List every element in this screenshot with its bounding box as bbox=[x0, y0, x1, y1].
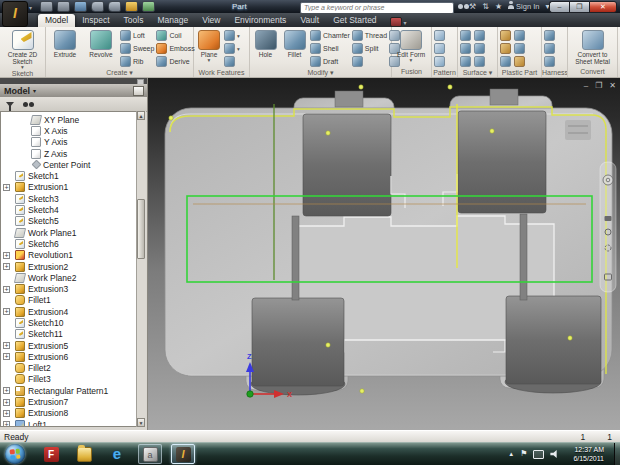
big-button[interactable]: Extrude bbox=[48, 29, 82, 68]
big-button[interactable]: Revolve bbox=[84, 29, 118, 68]
ribbon-tab[interactable]: Environments bbox=[227, 14, 293, 27]
tree-item[interactable]: + Fillet3 bbox=[1, 374, 137, 385]
navigation-bar[interactable] bbox=[600, 162, 616, 292]
qat-icon[interactable] bbox=[57, 1, 70, 12]
hidden-icons-arrow[interactable]: ▲ bbox=[508, 449, 514, 459]
plastic-icon[interactable] bbox=[514, 30, 525, 41]
help-search-box[interactable] bbox=[300, 2, 454, 14]
plane-button[interactable]: Plane ▾ bbox=[196, 29, 222, 68]
plastic-icon[interactable] bbox=[500, 30, 511, 41]
small-button[interactable]: Coil bbox=[156, 29, 194, 42]
tree-item[interactable]: + Extrusion7 bbox=[1, 396, 137, 407]
convert-sheet-metal-button[interactable]: Convert to Sheet Metal bbox=[570, 29, 615, 67]
scroll-up-icon[interactable]: ▲ bbox=[137, 111, 145, 120]
start-button[interactable] bbox=[5, 444, 25, 464]
small-button[interactable]: Sweep bbox=[120, 42, 154, 55]
harness-icon[interactable] bbox=[544, 43, 555, 54]
model-scene[interactable]: Z X bbox=[148, 78, 620, 430]
tree-item[interactable]: + Work Plane1 bbox=[1, 227, 137, 238]
pattern-icon[interactable] bbox=[434, 43, 445, 54]
small-button[interactable]: Emboss bbox=[156, 42, 194, 55]
app-menu-caret-icon[interactable]: ▾ bbox=[29, 4, 32, 11]
taskbar-app-button[interactable]: a bbox=[138, 444, 162, 464]
tree-item[interactable]: + Y Axis bbox=[1, 137, 137, 148]
expand-icon[interactable]: + bbox=[3, 387, 10, 394]
surface-icon[interactable] bbox=[460, 30, 471, 41]
tree-item[interactable]: + Sketch4 bbox=[1, 204, 137, 215]
small-button[interactable]: ▾ bbox=[224, 55, 240, 68]
small-button[interactable]: Shell bbox=[310, 42, 350, 55]
small-button[interactable]: ▾ bbox=[224, 42, 240, 55]
big-button[interactable]: Hole bbox=[252, 29, 279, 68]
taskbar-clock[interactable]: 12:37 AM 6/15/2011 bbox=[573, 445, 604, 463]
tree-item[interactable]: + Fillet1 bbox=[1, 295, 137, 306]
tree-item[interactable]: + Sketch1 bbox=[1, 170, 137, 181]
favorites-star-icon[interactable]: ★ bbox=[495, 1, 502, 12]
edit-form-button[interactable]: Edit Form ▾ bbox=[394, 29, 428, 67]
scroll-thumb[interactable] bbox=[137, 199, 145, 259]
tree-item[interactable]: + Extrusion8 bbox=[1, 408, 137, 419]
small-button[interactable]: Chamfer bbox=[310, 29, 350, 42]
wrench-icon[interactable]: ⚒ bbox=[469, 1, 476, 12]
expand-icon[interactable]: + bbox=[3, 421, 10, 427]
expand-icon[interactable]: + bbox=[3, 410, 10, 417]
tab-extra-caret-icon[interactable]: ▾ bbox=[404, 19, 407, 26]
search-input[interactable] bbox=[301, 4, 453, 11]
taskbar-app-button[interactable]: e bbox=[105, 444, 129, 464]
pattern-icon[interactable] bbox=[434, 56, 445, 67]
expand-icon[interactable]: + bbox=[3, 353, 10, 360]
ribbon-tab[interactable]: Tools bbox=[117, 14, 151, 27]
ribbon-tab[interactable]: Model bbox=[38, 14, 75, 27]
expand-icon[interactable]: + bbox=[3, 342, 10, 349]
small-button[interactable]: Derive bbox=[156, 55, 194, 68]
small-button[interactable]: Rib bbox=[120, 55, 154, 68]
tree-item[interactable]: + Work Plane2 bbox=[1, 272, 137, 283]
ribbon-tab[interactable]: Get Started bbox=[326, 14, 383, 27]
qat-icon[interactable] bbox=[108, 1, 121, 12]
small-button[interactable]: Thread bbox=[352, 29, 387, 42]
small-button[interactable]: Draft bbox=[310, 55, 350, 68]
expand-icon[interactable]: + bbox=[3, 286, 10, 293]
tree-item[interactable]: + Extrusion1 bbox=[1, 182, 137, 193]
qat-icon[interactable] bbox=[74, 1, 87, 12]
taskbar-app-button[interactable]: F bbox=[39, 444, 63, 464]
tree-item[interactable]: + Sketch11 bbox=[1, 329, 137, 340]
network-icon[interactable] bbox=[533, 450, 544, 459]
action-center-flag-icon[interactable]: ⚑ bbox=[520, 449, 527, 459]
plastic-icon[interactable] bbox=[514, 56, 525, 67]
doc-close-icon[interactable]: ✕ bbox=[609, 81, 616, 90]
minimize-button[interactable]: – bbox=[549, 1, 569, 13]
inventor-app-icon[interactable]: I bbox=[2, 1, 28, 27]
tree-item[interactable]: + Sketch6 bbox=[1, 238, 137, 249]
volume-icon[interactable] bbox=[550, 450, 559, 458]
small-button[interactable]: Loft bbox=[120, 29, 154, 42]
qat-icon[interactable] bbox=[125, 1, 138, 12]
surface-icon[interactable] bbox=[460, 43, 471, 54]
tree-item[interactable]: + Extrusion5 bbox=[1, 340, 137, 351]
surface-icon[interactable] bbox=[460, 56, 471, 67]
exchange-icon[interactable]: ⇅ bbox=[482, 1, 489, 12]
find-icon[interactable] bbox=[23, 102, 28, 107]
surface-icon[interactable] bbox=[474, 30, 485, 41]
search-icon[interactable] bbox=[458, 4, 463, 9]
shaft-right[interactable] bbox=[520, 214, 527, 300]
tree-item[interactable]: + Extrusion2 bbox=[1, 261, 137, 272]
ribbon-tab[interactable]: Inspect bbox=[75, 14, 116, 27]
qat-icon[interactable] bbox=[40, 1, 53, 12]
tree-item[interactable]: + Sketch3 bbox=[1, 193, 137, 204]
ribbon-tab[interactable]: Manage bbox=[150, 14, 195, 27]
tree-item[interactable]: + XY Plane bbox=[1, 114, 137, 125]
surface-icon[interactable] bbox=[474, 56, 485, 67]
taskbar-app-button[interactable] bbox=[72, 444, 96, 464]
scroll-down-icon[interactable]: ▼ bbox=[137, 418, 145, 427]
ribbon-tab[interactable]: Vault bbox=[293, 14, 326, 27]
filter-icon[interactable] bbox=[6, 102, 14, 107]
expand-icon[interactable]: + bbox=[3, 252, 10, 259]
doc-minimize-icon[interactable]: – bbox=[584, 81, 588, 90]
big-button[interactable]: Fillet bbox=[281, 29, 308, 68]
small-button[interactable]: Split bbox=[352, 42, 387, 55]
browser-header[interactable]: Model ▾ bbox=[0, 84, 147, 97]
close-button[interactable]: ✕ bbox=[589, 1, 617, 13]
create-2d-sketch-button[interactable]: Create 2D Sketch ▾ bbox=[2, 29, 43, 69]
expand-icon[interactable]: + bbox=[3, 184, 10, 191]
